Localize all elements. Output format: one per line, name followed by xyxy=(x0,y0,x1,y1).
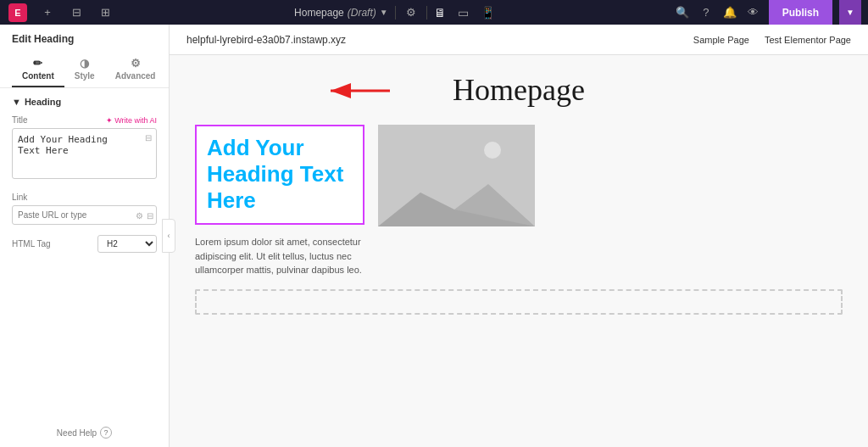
title-textarea[interactable]: Add Your Heading Text Here xyxy=(12,128,157,179)
html-tag-row: HTML Tag H2 H1 H3 xyxy=(12,235,157,253)
tablet-icon[interactable]: ▭ xyxy=(458,6,469,20)
style-tab-icon: ◑ xyxy=(80,57,89,70)
section-arrow-icon: ▼ xyxy=(12,97,21,107)
link-dynamic-icon[interactable]: ⊟ xyxy=(147,210,153,220)
site-header: helpful-lyrebird-e3a0b7.instawp.xyz Samp… xyxy=(170,25,868,55)
top-bar-left: E + ⊟ ⊞ xyxy=(0,3,122,22)
title-input-wrap: Add Your Heading Text Here ⊟ xyxy=(12,128,157,182)
panel-header-title: Edit Heading xyxy=(12,33,157,52)
heading-widget-text: Add Your Heading Text Here xyxy=(207,135,353,215)
page-title-button[interactable]: Homepage (Draft) ▼ xyxy=(294,7,388,19)
heading-line3: Here xyxy=(207,187,256,213)
image-placeholder xyxy=(378,125,535,226)
nav-sample-page[interactable]: Sample Page xyxy=(693,35,749,45)
site-domain: helpful-lyrebird-e3a0b7.instawp.xyz xyxy=(186,34,346,46)
section-heading-label: Heading xyxy=(25,97,61,107)
help-icon[interactable]: ? xyxy=(698,4,715,21)
mountain-shape xyxy=(378,176,535,226)
advanced-tab-label: Advanced xyxy=(115,71,156,81)
draft-label: (Draft) xyxy=(348,7,376,19)
divider2 xyxy=(426,6,427,20)
help-circle-icon: ? xyxy=(100,427,112,439)
search-icon[interactable]: 🔍 xyxy=(674,4,691,21)
main-layout: Edit Heading ✏ Content ◑ Style ⚙ Advance… xyxy=(0,25,868,447)
title-field-label: Title ✦ Write with AI xyxy=(12,115,157,125)
page-content: Homepage Add Your Heading Text Here xyxy=(170,55,868,447)
heading-widget[interactable]: Add Your Heading Text Here xyxy=(195,125,364,225)
preview-icon[interactable]: 👁 xyxy=(745,4,762,21)
notification-icon[interactable]: 🔔 xyxy=(721,4,738,21)
need-help-label: Need Help xyxy=(57,428,97,438)
heading-line2: Heading Text xyxy=(207,161,343,187)
link-settings-icon[interactable]: ⚙ xyxy=(136,210,143,220)
elementor-logo[interactable]: E xyxy=(8,3,27,22)
panel-collapse-handle[interactable]: ‹ xyxy=(162,219,175,253)
desktop-icon[interactable]: 🖥 xyxy=(434,6,446,20)
divider xyxy=(395,6,396,20)
heading-line1: Add Your xyxy=(207,135,304,160)
advanced-tab-icon: ⚙ xyxy=(131,57,141,70)
top-bar: E + ⊟ ⊞ Homepage (Draft) ▼ ⚙ 🖥 ▭ 📱 🔍 ? 🔔… xyxy=(0,0,868,25)
section-heading: ▼ Heading xyxy=(12,97,157,107)
publish-button[interactable]: Publish xyxy=(769,0,832,25)
panel-tabs: ✏ Content ◑ Style ⚙ Advanced xyxy=(12,52,157,87)
link-input-icons: ⚙ ⊟ xyxy=(136,210,153,220)
content-row: Add Your Heading Text Here xyxy=(195,125,843,226)
lorem-text: Lorem ipsum dolor sit amet, consectetur … xyxy=(195,235,364,277)
style-tab-label: Style xyxy=(75,71,95,81)
html-tag-label: HTML Tag xyxy=(12,239,51,249)
tab-style[interactable]: ◑ Style xyxy=(64,52,105,87)
link-input-wrap: ⚙ ⊟ xyxy=(12,205,157,225)
site-nav: Sample Page Test Elementor Page xyxy=(693,35,851,45)
tab-advanced[interactable]: ⚙ Advanced xyxy=(105,52,166,87)
layers-icon[interactable]: ⊞ xyxy=(97,4,114,21)
page-title-display: Homepage xyxy=(195,72,843,108)
chevron-down-icon: ▼ xyxy=(380,8,388,17)
html-tag-select[interactable]: H2 H1 H3 xyxy=(97,235,157,253)
link-label-text: Link xyxy=(12,193,27,202)
tab-content[interactable]: ✏ Content xyxy=(12,52,64,87)
panel-header: Edit Heading ✏ Content ◑ Style ⚙ Advance… xyxy=(0,25,169,88)
mobile-icon[interactable]: 📱 xyxy=(481,6,495,20)
canvas-area: helpful-lyrebird-e3a0b7.instawp.xyz Samp… xyxy=(170,25,868,447)
add-icon[interactable]: + xyxy=(39,4,56,21)
content-tab-label: Content xyxy=(22,71,54,81)
history-icon[interactable]: ⊟ xyxy=(68,4,85,21)
link-field-label: Link xyxy=(12,193,157,202)
bottom-dashed-box[interactable] xyxy=(195,289,843,315)
title-label-text: Title xyxy=(12,115,28,125)
left-panel: Edit Heading ✏ Content ◑ Style ⚙ Advance… xyxy=(0,25,170,447)
content-tab-icon: ✏ xyxy=(33,57,42,70)
device-switcher: 🖥 ▭ 📱 xyxy=(434,6,495,20)
panel-content: ▼ Heading Title ✦ Write with AI Add Your… xyxy=(0,88,169,418)
top-bar-right: 🔍 ? 🔔 👁 Publish ▼ xyxy=(667,0,868,25)
nav-test-elementor-page[interactable]: Test Elementor Page xyxy=(765,35,851,45)
ai-write-button[interactable]: ✦ Write with AI xyxy=(106,116,157,125)
publish-dropdown-button[interactable]: ▼ xyxy=(839,0,861,25)
need-help[interactable]: Need Help ? xyxy=(0,418,169,447)
sun-shape xyxy=(484,142,501,159)
top-bar-center: Homepage (Draft) ▼ ⚙ 🖥 ▭ 📱 xyxy=(122,4,667,21)
dynamic-icon[interactable]: ⊟ xyxy=(145,133,152,142)
page-title-text: Homepage xyxy=(294,7,344,19)
settings-icon[interactable]: ⚙ xyxy=(403,4,420,21)
